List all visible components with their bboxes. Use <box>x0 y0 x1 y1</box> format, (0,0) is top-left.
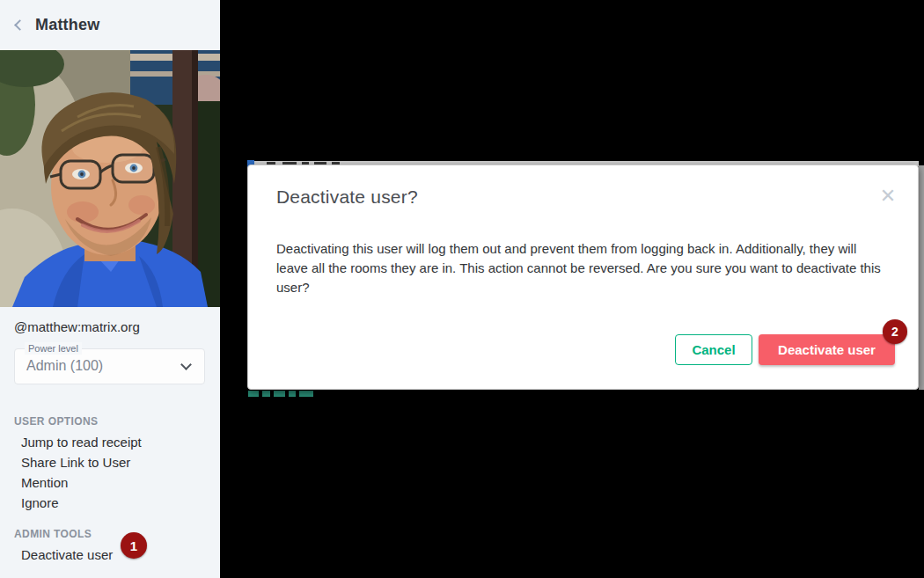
deactivate-user-dialog: Deactivate user? ✕ Deactivating this use… <box>247 165 919 390</box>
menu-item-deactivate-user[interactable]: Deactivate user <box>21 547 113 562</box>
dialog-right-shadow <box>919 165 924 390</box>
dialog-title: Deactivate user? <box>276 187 418 208</box>
member-info-sidebar: Matthew <box>0 0 220 578</box>
close-icon[interactable]: ✕ <box>879 188 897 206</box>
back-button[interactable] <box>11 17 28 34</box>
power-level-value: Admin (100) <box>26 358 103 374</box>
annotation-badge-1: 1 <box>121 532 147 559</box>
chevron-left-icon <box>14 19 26 31</box>
profile-photo-illustration <box>0 50 220 307</box>
user-id: @matthew:matrix.org <box>14 319 140 334</box>
member-name-title: Matthew <box>35 16 99 34</box>
dialog-button-row: Cancel Deactivate user <box>675 334 895 365</box>
menu-item-ignore[interactable]: Ignore <box>21 495 59 510</box>
profile-photo[interactable] <box>0 50 220 307</box>
menu-item-jump-to-read-receipt[interactable]: Jump to read receipt <box>21 435 142 450</box>
section-heading-admin-tools: ADMIN TOOLS <box>14 528 92 540</box>
sidebar-header: Matthew <box>0 0 220 50</box>
power-level-label: Power level <box>25 342 82 355</box>
annotation-badge-2: 2 <box>883 319 907 344</box>
menu-item-share-link-to-user[interactable]: Share Link to User <box>21 455 130 470</box>
deactivate-user-confirm-button[interactable]: Deactivate user <box>759 334 895 365</box>
app-window: Deactivate user? ✕ Deactivating this use… <box>0 0 924 578</box>
chevron-down-icon <box>180 359 192 370</box>
dialog-body-text: Deactivating this user will log them out… <box>276 239 887 297</box>
section-heading-user-options: USER OPTIONS <box>14 415 98 428</box>
cancel-button[interactable]: Cancel <box>675 334 752 365</box>
underlying-page-sliver-bottom <box>245 391 320 398</box>
menu-item-mention[interactable]: Mention <box>21 475 68 490</box>
power-level-select[interactable]: Power level Admin (100) <box>14 348 205 384</box>
